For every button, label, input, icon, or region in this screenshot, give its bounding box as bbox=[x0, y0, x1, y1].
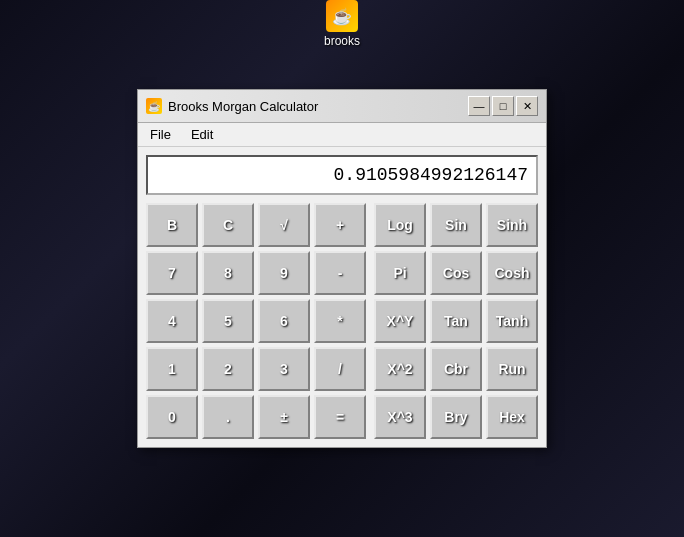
right-grid: LogSinSinhPiCosCoshX^YTanTanhX^2CbrRunX^… bbox=[374, 203, 538, 439]
btn-3[interactable]: 3 bbox=[258, 347, 310, 391]
btn-9[interactable]: 9 bbox=[258, 251, 310, 295]
btn-cosh[interactable]: Cosh bbox=[486, 251, 538, 295]
btn-8[interactable]: 8 bbox=[202, 251, 254, 295]
close-button[interactable]: ✕ bbox=[516, 96, 538, 116]
btn-divide[interactable]: / bbox=[314, 347, 366, 391]
btn-plus[interactable]: + bbox=[314, 203, 366, 247]
btn-7[interactable]: 7 bbox=[146, 251, 198, 295]
btn-bry[interactable]: Bry bbox=[430, 395, 482, 439]
btn-1[interactable]: 1 bbox=[146, 347, 198, 391]
window-title: Brooks Morgan Calculator bbox=[168, 99, 318, 114]
menu-file[interactable]: File bbox=[146, 125, 175, 144]
btn-minus[interactable]: - bbox=[314, 251, 366, 295]
app-icon: ☕ bbox=[146, 98, 162, 114]
btn-hex[interactable]: Hex bbox=[486, 395, 538, 439]
btn-pi[interactable]: Pi bbox=[374, 251, 426, 295]
minimize-button[interactable]: — bbox=[468, 96, 490, 116]
left-grid: BC√+789-456*123/0.±= bbox=[146, 203, 366, 439]
menu-edit[interactable]: Edit bbox=[187, 125, 217, 144]
display: 0.9105984992126147 bbox=[146, 155, 538, 195]
desktop-icon-label: brooks bbox=[324, 34, 360, 48]
btn-multiply[interactable]: * bbox=[314, 299, 366, 343]
btn-5[interactable]: 5 bbox=[202, 299, 254, 343]
title-bar: ☕ Brooks Morgan Calculator — □ ✕ bbox=[138, 90, 546, 123]
btn-0[interactable]: 0 bbox=[146, 395, 198, 439]
btn-plusminus[interactable]: ± bbox=[258, 395, 310, 439]
btn-run[interactable]: Run bbox=[486, 347, 538, 391]
desktop-icon-image: ☕ bbox=[326, 0, 358, 32]
btn-sinh[interactable]: Sinh bbox=[486, 203, 538, 247]
maximize-button[interactable]: □ bbox=[492, 96, 514, 116]
btn-xpow3[interactable]: X^3 bbox=[374, 395, 426, 439]
btn-sin[interactable]: Sin bbox=[430, 203, 482, 247]
btn-cbr[interactable]: Cbr bbox=[430, 347, 482, 391]
btn-equals[interactable]: = bbox=[314, 395, 366, 439]
desktop-icon[interactable]: ☕ brooks bbox=[324, 0, 360, 48]
btn-6[interactable]: 6 bbox=[258, 299, 310, 343]
btn-xpowy[interactable]: X^Y bbox=[374, 299, 426, 343]
btn-2[interactable]: 2 bbox=[202, 347, 254, 391]
btn-c[interactable]: C bbox=[202, 203, 254, 247]
buttons-area: BC√+789-456*123/0.±= LogSinSinhPiCosCosh… bbox=[146, 203, 538, 439]
btn-4[interactable]: 4 bbox=[146, 299, 198, 343]
title-bar-left: ☕ Brooks Morgan Calculator bbox=[146, 98, 318, 114]
btn-b[interactable]: B bbox=[146, 203, 198, 247]
btn-xpow2[interactable]: X^2 bbox=[374, 347, 426, 391]
btn-tan[interactable]: Tan bbox=[430, 299, 482, 343]
menu-bar: File Edit bbox=[138, 123, 546, 147]
title-bar-buttons: — □ ✕ bbox=[468, 96, 538, 116]
btn-tanh[interactable]: Tanh bbox=[486, 299, 538, 343]
btn-dot[interactable]: . bbox=[202, 395, 254, 439]
btn-sqrt[interactable]: √ bbox=[258, 203, 310, 247]
btn-cos[interactable]: Cos bbox=[430, 251, 482, 295]
btn-log[interactable]: Log bbox=[374, 203, 426, 247]
calculator-window: ☕ Brooks Morgan Calculator — □ ✕ File Ed… bbox=[137, 89, 547, 448]
